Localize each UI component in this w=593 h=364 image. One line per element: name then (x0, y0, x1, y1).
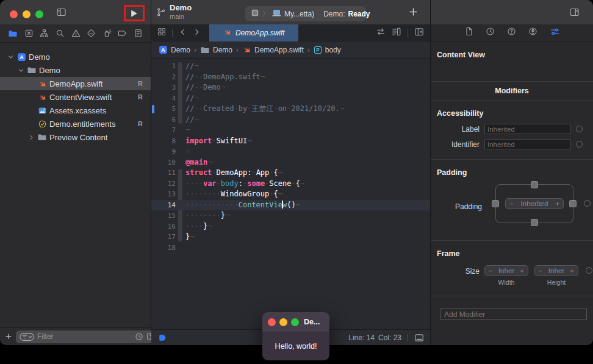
modifier-radio[interactable] (576, 141, 583, 148)
minimap-button[interactable] (392, 27, 401, 39)
source-editor[interactable]: 1//¬2//··DemoApp.swift¬3//··Demo¬4//¬5//… (151, 59, 430, 329)
add-editor-button[interactable] (414, 27, 424, 39)
breadcrumb-item[interactable]: DemoApp.swift (242, 45, 304, 54)
add-modifier-field[interactable] (440, 309, 587, 320)
modifier-radio[interactable] (586, 267, 592, 274)
code-line[interactable]: 4//¬ (151, 93, 430, 104)
modifier-radio[interactable] (576, 126, 583, 132)
code-line[interactable]: 5//··Created·by·王楚江·on·2021/10/20.¬ (151, 104, 430, 115)
inspector-tab-history[interactable] (486, 27, 495, 38)
navigator-tab-source-control[interactable] (24, 29, 34, 38)
modifier-radio[interactable] (584, 200, 591, 207)
inspector-tab-file[interactable] (464, 27, 473, 38)
code-line[interactable]: 8import·SwiftUI¬ (151, 136, 430, 147)
disclosure-triangle[interactable] (16, 67, 26, 74)
breadcrumb-item[interactable]: Pbody (314, 46, 341, 54)
minimize-button[interactable] (279, 318, 287, 326)
zoom-button[interactable] (35, 10, 43, 18)
add-file-button[interactable]: + (5, 330, 12, 343)
code-line[interactable]: 18 (151, 243, 430, 254)
breadcrumb-item[interactable]: Demo (200, 45, 232, 55)
zoom-button[interactable] (291, 318, 299, 326)
swift-file-icon (38, 79, 47, 88)
accessibility-label-field[interactable] (484, 124, 571, 134)
editor-only-button[interactable] (414, 333, 424, 343)
navigator-tab-breakpoint[interactable] (118, 29, 127, 38)
editor-overview-icon[interactable] (157, 27, 166, 38)
stepper-minus[interactable]: − (509, 200, 514, 207)
frame-height-stepper[interactable]: − Inher + (534, 265, 578, 276)
navigator-tab-symbol[interactable] (40, 29, 49, 38)
code-line[interactable]: 10@main¬ (151, 157, 430, 168)
file-tree-item[interactable]: Demo.entitlementsR (0, 117, 151, 130)
inspector-tab-attributes[interactable] (550, 27, 560, 39)
code-line[interactable]: 16····}¬ (151, 221, 430, 232)
file-tree-item[interactable]: ContentView.swiftR (0, 90, 151, 104)
code-line[interactable]: 7¬ (151, 125, 430, 136)
filter-field[interactable] (16, 330, 159, 343)
activity-status[interactable]: 〉 My...etta) Demo: Ready (245, 6, 366, 21)
padding-trailing-handle[interactable] (569, 200, 577, 207)
frame-width-stepper[interactable]: − Inher + (484, 265, 528, 276)
navigator-tab-test[interactable] (87, 29, 96, 38)
minimize-button[interactable] (23, 10, 31, 18)
close-button[interactable] (268, 318, 276, 326)
code-review-button[interactable] (376, 27, 386, 39)
code-line[interactable]: 11struct·DemoApp:·App·{¬ (151, 168, 430, 179)
recents-clock-icon[interactable] (135, 332, 143, 341)
code-line[interactable]: 6//¬ (151, 115, 430, 126)
code-line[interactable]: 9¬ (151, 146, 430, 157)
inspector-toggle-button[interactable] (569, 7, 580, 20)
navigator-tab-find[interactable] (56, 29, 65, 38)
add-scheme-button[interactable] (409, 7, 418, 19)
forward-button[interactable] (193, 27, 201, 38)
stepper-plus[interactable]: + (570, 267, 574, 274)
sidebar-toggle-button[interactable] (56, 7, 66, 20)
code-line[interactable]: 12····var·body:·some·Scene·{¬ (151, 179, 430, 190)
stepper-minus[interactable]: − (489, 267, 493, 274)
file-tree-item[interactable]: Preview Content (0, 130, 151, 144)
code-line[interactable]: 17}¬ (151, 232, 430, 243)
editor-panel: DemoApp.swift ADemo›Demo›DemoApp.swift›P… (151, 24, 431, 345)
code-line[interactable]: 14············ContentView()¬ (151, 200, 430, 211)
breadcrumb-item[interactable]: ADemo (159, 45, 190, 54)
stepper-plus[interactable]: + (555, 200, 559, 207)
padding-leading-handle[interactable] (492, 200, 499, 207)
stepper-minus[interactable]: − (539, 267, 543, 274)
code-line[interactable]: 13········WindowGroup·{¬ (151, 189, 430, 200)
padding-stepper[interactable]: − Inherited + (505, 198, 564, 209)
navigator-tab-report[interactable] (134, 29, 143, 38)
code-line[interactable]: 15········}¬ (151, 210, 430, 221)
divider (431, 296, 593, 296)
accessibility-identifier-input[interactable] (487, 140, 568, 149)
disclosure-triangle[interactable] (6, 54, 15, 60)
accessibility-label-input[interactable] (487, 124, 568, 134)
padding-top-handle[interactable] (531, 181, 538, 188)
navigator-tab-issue[interactable] (71, 29, 81, 38)
close-button[interactable] (10, 10, 18, 18)
navigator-tab-project[interactable] (8, 29, 18, 38)
add-modifier-input[interactable] (444, 309, 583, 319)
file-tree-item[interactable]: Assets.xcassets (0, 104, 151, 117)
tab-demoapp-swift[interactable]: DemoApp.swift (209, 24, 298, 41)
breakpoints-toggle-button[interactable] (157, 334, 168, 342)
filter-input[interactable] (37, 332, 132, 341)
padding-bottom-handle[interactable] (531, 219, 538, 226)
back-button[interactable] (179, 27, 187, 38)
code-line[interactable]: 1//¬ (151, 61, 430, 72)
demo-app-window[interactable]: De... Hello, world! (262, 312, 329, 360)
jump-bar[interactable]: ADemo›Demo›DemoApp.swift›Pbody (151, 41, 430, 59)
scheme-selector[interactable]: Demo main (170, 3, 192, 21)
code-line[interactable]: 3//··Demo¬ (151, 82, 430, 93)
file-tree-item[interactable]: DemoApp.swiftR (0, 77, 151, 90)
inspector-tab-accessibility[interactable] (528, 27, 537, 38)
file-tree-item[interactable]: Demo (0, 63, 151, 77)
navigator-tab-debug[interactable] (102, 29, 112, 38)
stepper-plus[interactable]: + (520, 267, 524, 274)
inspector-tab-quick-help[interactable] (507, 27, 516, 38)
disclosure-triangle[interactable] (27, 134, 36, 141)
file-tree-item[interactable]: ADemo (0, 50, 151, 63)
accessibility-identifier-field[interactable] (484, 139, 571, 149)
issue-navigator-icon (71, 29, 81, 38)
code-line[interactable]: 2//··DemoApp.swift¬ (151, 72, 430, 83)
